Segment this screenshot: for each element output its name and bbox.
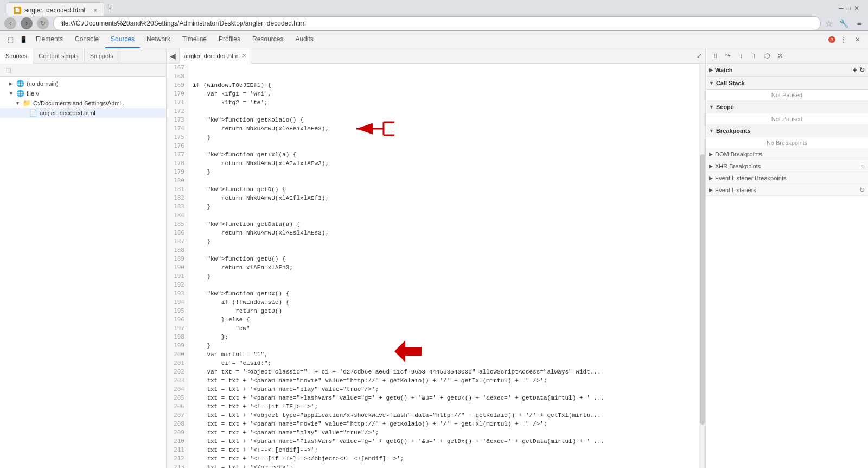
close-window-button[interactable]: ✕ <box>854 4 859 12</box>
browser-tab[interactable]: 📄 angler_decoded.html × <box>7 2 104 17</box>
sources-toolbar-btn[interactable]: ⬚ <box>2 64 14 76</box>
code-line-206: txt = txt + '<!--[if !IE]>-->'; <box>193 402 694 411</box>
code-line-213: txt = txt + '</object>'; <box>193 463 694 468</box>
editor-tab-close-button[interactable]: ✕ <box>242 53 246 59</box>
file-tree: ▶ 🌐 (no domain) ▼ 🌐 file:// ▼ 📁 C:/Docum… <box>0 77 166 468</box>
scope-section-header[interactable]: ▼ Scope <box>706 100 868 113</box>
restore-button[interactable]: □ <box>847 4 851 12</box>
code-line-187: } <box>193 237 694 246</box>
tab-title: angler_decoded.html <box>24 7 85 14</box>
code-line-201: ci = "clsid:"; <box>193 359 694 368</box>
event-listener-breakpoints-header[interactable]: ▶ Event Listener Breakpoints <box>706 172 868 184</box>
step-out-button[interactable]: ↑ <box>748 50 760 62</box>
code-line-176 <box>193 142 694 150</box>
forward-button[interactable]: › <box>21 17 33 29</box>
file-root-icon: 🌐 <box>16 90 24 97</box>
code-line-191: } <box>193 272 694 281</box>
code-line-195: return getD() <box>193 307 694 315</box>
code-line-184 <box>193 211 694 220</box>
expand-editor-button[interactable]: ⤢ <box>693 52 705 60</box>
code-line-171: k1fg2 = 'te'; <box>193 98 694 107</box>
vert-scroll-thumb[interactable] <box>700 154 705 425</box>
folder-icon: 📁 <box>23 99 31 107</box>
toggle-breakpoints-button[interactable]: ⬡ <box>761 50 773 62</box>
bookmark-icon[interactable]: ☆ <box>825 18 833 29</box>
code-line-192 <box>193 281 694 289</box>
step-over-button[interactable]: ↷ <box>722 50 734 62</box>
add-xhr-breakpoint-button[interactable]: + <box>861 162 865 170</box>
vertical-scrollbar[interactable] <box>699 64 705 468</box>
call-stack-section-header[interactable]: ▼ Call Stack <box>706 77 868 90</box>
add-watch-button[interactable]: + <box>853 66 857 74</box>
sources-tab-content-scripts[interactable]: Content scripts <box>33 48 84 64</box>
code-line-186: return NhxUAmwU(xlAEslxlAEs3); <box>193 229 694 237</box>
step-into-button[interactable]: ↓ <box>735 50 747 62</box>
code-line-181: "kw">function getD() { <box>193 185 694 194</box>
address-input[interactable]: file:///C:/Documents%20and%20Settings/Ad… <box>53 16 821 30</box>
code-line-202: var txt = '<object classid="' + ci + 'd2… <box>193 368 694 376</box>
code-line-212: txt = txt + '<!--[if !IE]--></object><!-… <box>193 454 694 463</box>
sources-tab-sources[interactable]: Sources <box>0 48 33 64</box>
call-stack-expand-icon: ▼ <box>709 80 714 86</box>
refresh-watch-button[interactable]: ↻ <box>859 66 865 74</box>
tab-profiles[interactable]: Profiles <box>213 31 246 48</box>
event-listener-arrow-icon: ▶ <box>709 175 713 181</box>
code-line-177: "kw">function getTxl(a) { <box>193 150 694 159</box>
breakpoints-expand-icon: ▼ <box>709 128 714 134</box>
html-file-icon: 📄 <box>29 109 37 117</box>
code-line-190: return xlAEnlxlAEn3; <box>193 263 694 272</box>
tab-resources[interactable]: Resources <box>247 31 289 48</box>
code-line-183: } <box>193 203 694 211</box>
code-line-178: return NhxUAmwU(xlAEwlxlAEw3); <box>193 159 694 168</box>
folder-arrow-icon: ▼ <box>15 100 21 106</box>
xhr-breakpoints-arrow-icon: ▶ <box>709 163 713 169</box>
code-line-207: txt = txt + '<object type="application/x… <box>193 411 694 420</box>
tree-item-file-root[interactable]: ▼ 🌐 file:// <box>0 88 166 98</box>
tree-item-file[interactable]: 📄 angler_decoded.html <box>0 108 166 118</box>
event-listeners-arrow-icon: ▶ <box>709 187 713 193</box>
tab-console[interactable]: Console <box>69 31 104 48</box>
code-line-194: if (!!window.sle) { <box>193 298 694 307</box>
code-line-189: "kw">function getG() { <box>193 255 694 263</box>
prev-tab-button[interactable]: ◀ <box>167 48 180 64</box>
pause-resume-button[interactable]: ⏸ <box>709 50 721 62</box>
tab-elements[interactable]: Elements <box>30 31 68 48</box>
code-line-205: txt = txt + '<param name="FlashVars" val… <box>193 394 694 402</box>
mobile-button[interactable]: 📱 <box>17 34 29 46</box>
deactivate-breakpoints-button[interactable]: ⊘ <box>774 50 786 62</box>
reload-button[interactable]: ↻ <box>37 17 49 29</box>
back-button[interactable]: ‹ <box>4 17 16 29</box>
code-line-182: return NhxUAmwU(xlAEflxlAEf3); <box>193 194 694 203</box>
breakpoints-content: No Breakpoints <box>706 137 868 148</box>
devtools-menu-button[interactable]: ⋮ <box>838 34 850 46</box>
devtools-close-button[interactable]: ✕ <box>852 34 864 46</box>
tab-timeline[interactable]: Timeline <box>177 31 212 48</box>
code-content[interactable]: if (window.T8eJEEf1) { var k1fg1 = 'wri'… <box>188 64 699 468</box>
extensions-icon[interactable]: 🔧 <box>837 18 851 29</box>
close-tab-button[interactable]: × <box>94 7 97 14</box>
menu-icon[interactable]: ≡ <box>855 18 864 29</box>
event-listeners-header[interactable]: ▶ Event Listeners ↻ <box>706 184 868 196</box>
tree-item-no-domain[interactable]: ▶ 🌐 (no domain) <box>0 79 166 88</box>
watch-section-header[interactable]: ▶ Watch + ↻ <box>706 64 868 77</box>
sources-tab-snippets[interactable]: Snippets <box>85 48 119 64</box>
tab-sources[interactable]: Sources <box>105 31 140 48</box>
breakpoints-section-header[interactable]: ▼ Breakpoints <box>706 124 868 137</box>
code-line-211: txt = txt + '<!--<![endif]-->'; <box>193 446 694 454</box>
inspect-element-button[interactable]: ⬚ <box>4 34 16 46</box>
xhr-breakpoints-header[interactable]: ▶ XHR Breakpoints + <box>706 160 868 172</box>
minimize-button[interactable]: ─ <box>839 4 844 12</box>
dom-breakpoints-header[interactable]: ▶ DOM Breakpoints <box>706 148 868 160</box>
code-line-198: }; <box>193 333 694 341</box>
debugger-toolbar: ⏸ ↷ ↓ ↑ ⬡ ⊘ <box>706 48 868 64</box>
new-tab-button[interactable]: + <box>104 3 116 13</box>
code-line-204: txt = txt + '<param name="play" value="t… <box>193 385 694 394</box>
event-listeners-refresh-button[interactable]: ↻ <box>859 186 865 194</box>
tab-network[interactable]: Network <box>141 31 176 48</box>
scope-expand-icon: ▼ <box>709 104 714 110</box>
tree-item-folder[interactable]: ▼ 📁 C:/Documents and Settings/Admi... <box>0 98 166 108</box>
tab-audits[interactable]: Audits <box>290 31 318 48</box>
editor-tab-file[interactable]: angler_decoded.html ✕ <box>180 48 251 64</box>
tree-arrow-file-icon: ▼ <box>9 91 14 96</box>
code-line-170: var k1fg1 = 'wri', <box>193 90 694 98</box>
